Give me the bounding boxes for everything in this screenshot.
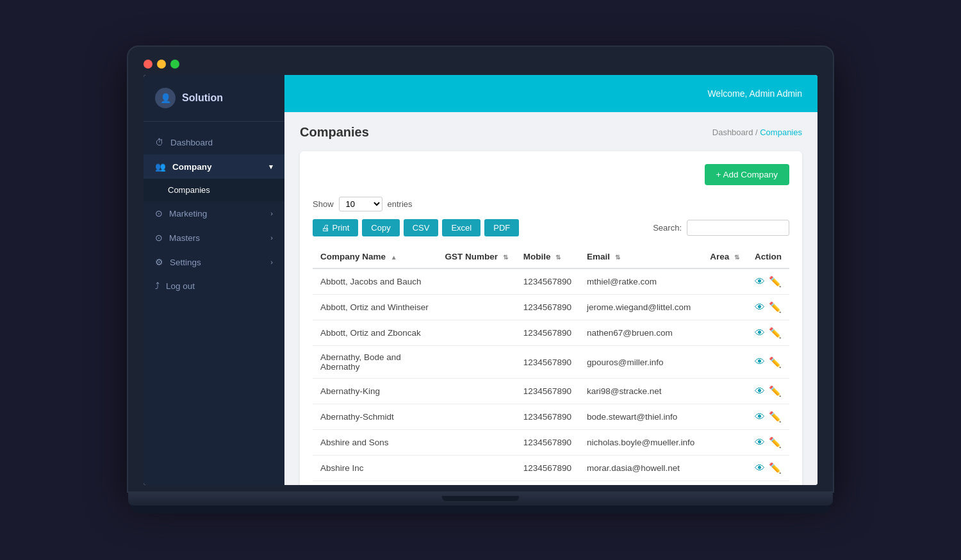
cell-email: gpouros@miller.info [579,346,702,379]
sidebar-logo: 👤 Solution [144,75,284,122]
companies-table: Company Name ▲ GST Number ⇅ Mobile ⇅ [313,245,789,481]
table-row: Abbott, Jacobs and Bauch 1234567890 mthi… [313,268,789,295]
add-company-button[interactable]: + Add Company [705,164,789,185]
laptop-foot [131,506,830,513]
cell-email: mthiel@ratke.com [579,268,702,295]
edit-icon[interactable]: ✏️ [769,276,782,288]
cell-action: 👁 ✏️ [747,456,789,481]
close-button[interactable] [144,60,152,69]
logout-icon: ⤴ [155,281,160,291]
content-area: Companies Dashboard / Companies + Add Co… [284,112,817,485]
maximize-button[interactable] [170,60,179,69]
sidebar-label-company: Company [172,162,212,172]
company-icon: 👥 [155,161,166,172]
cell-company-name: Abshire Inc [313,456,438,481]
cell-mobile: 1234567890 [516,430,579,456]
col-mobile[interactable]: Mobile ⇅ [516,245,579,268]
excel-button[interactable]: Excel [442,219,481,236]
company-arrow-icon: ▾ [269,163,273,171]
cell-area [702,404,747,430]
col-email[interactable]: Email ⇅ [579,245,702,268]
show-entries: Show 10 25 50 100 entries [313,197,413,211]
sidebar-item-marketing[interactable]: ⊙ Marketing › [144,201,284,226]
cell-company-name: Abernathy, Bode and Abernathy [313,346,438,379]
edit-icon[interactable]: ✏️ [769,411,782,423]
csv-button[interactable]: CSV [404,219,439,236]
cell-mobile: 1234567890 [516,456,579,481]
sidebar-item-masters[interactable]: ⊙ Masters › [144,226,284,250]
sidebar-item-dashboard[interactable]: ⏱ Dashboard [144,131,284,154]
cell-email: morar.dasia@howell.net [579,456,702,481]
print-button[interactable]: 🖨 Print [313,219,358,236]
laptop-hinge [442,496,519,501]
sidebar: 👤 Solution ⏱ Dashboard 👥 Company ▾ [144,75,284,485]
cell-mobile: 1234567890 [516,295,579,320]
breadcrumb-current[interactable]: Companies [760,128,802,137]
table-row: Abshire and Sons 1234567890 nicholas.boy… [313,430,789,456]
table-body: Abbott, Jacobs and Bauch 1234567890 mthi… [313,268,789,481]
page-title: Companies [300,125,369,140]
marketing-arrow-icon: › [270,210,273,217]
sidebar-item-logout[interactable]: ⤴ Log out [144,274,284,298]
cell-gst-number [438,404,516,430]
traffic-lights [144,60,817,69]
cell-action: 👁 ✏️ [747,268,789,295]
edit-icon[interactable]: ✏️ [769,301,782,313]
sidebar-item-company[interactable]: 👥 Company ▾ [144,154,284,179]
col-company-name[interactable]: Company Name ▲ [313,245,438,268]
entries-select[interactable]: 10 25 50 100 [339,197,382,211]
view-icon[interactable]: 👁 [755,356,765,368]
sort-gst-icon: ⇅ [503,254,508,261]
copy-button[interactable]: Copy [362,219,399,236]
cell-area [702,320,747,346]
table-row: Abshire Inc 1234567890 morar.dasia@howel… [313,456,789,481]
breadcrumb-home[interactable]: Dashboard [712,128,753,137]
sort-email-icon: ⇅ [615,254,620,261]
cell-email: kari98@stracke.net [579,379,702,404]
cell-mobile: 1234567890 [516,404,579,430]
entries-label: entries [388,199,413,209]
logo-icon: 👤 [155,88,176,108]
cell-gst-number [438,456,516,481]
sort-company-name-icon: ▲ [391,254,397,261]
cell-gst-number [438,320,516,346]
col-area[interactable]: Area ⇅ [702,245,747,268]
action-buttons: 🖨 Print Copy CSV Excel PDF [313,219,519,236]
table-row: Abernathy-King 1234567890 kari98@stracke… [313,379,789,404]
view-icon[interactable]: 👁 [755,327,765,339]
cell-email: bode.stewart@thiel.info [579,404,702,430]
edit-icon[interactable]: ✏️ [769,436,782,449]
table-row: Abbott, Ortiz and Zboncak 1234567890 nat… [313,320,789,346]
cell-area [702,268,747,295]
edit-icon[interactable]: ✏️ [769,462,782,474]
table-head: Company Name ▲ GST Number ⇅ Mobile ⇅ [313,245,789,268]
cell-mobile: 1234567890 [516,268,579,295]
view-icon[interactable]: 👁 [755,463,765,474]
view-icon[interactable]: 👁 [755,302,765,313]
main-content: Welcome, Admin Admin Companies Dashboard… [284,75,817,485]
view-icon[interactable]: 👁 [755,411,765,423]
pdf-button[interactable]: PDF [484,219,519,236]
edit-icon[interactable]: ✏️ [769,356,782,368]
cell-gst-number [438,268,516,295]
sidebar-item-settings[interactable]: ⚙ Settings › [144,250,284,274]
search-label: Search: [653,223,682,233]
view-icon[interactable]: 👁 [755,276,765,288]
companies-card: + Add Company Show 10 25 50 100 [300,151,802,485]
search-area: Search: [653,220,789,236]
breadcrumb: Dashboard / Companies [712,128,802,137]
edit-icon[interactable]: ✏️ [769,327,782,339]
welcome-text: Welcome, Admin Admin [707,88,802,99]
cell-area [702,430,747,456]
cell-gst-number [438,430,516,456]
sidebar-item-companies[interactable]: Companies [144,179,284,201]
masters-arrow-icon: › [270,234,273,242]
app-screen: 👤 Solution ⏱ Dashboard 👥 Company ▾ [144,75,817,485]
marketing-icon: ⊙ [155,208,163,218]
col-gst-number[interactable]: GST Number ⇅ [438,245,516,268]
view-icon[interactable]: 👁 [755,437,765,449]
edit-icon[interactable]: ✏️ [769,385,782,397]
search-input[interactable] [687,220,789,236]
minimize-button[interactable] [157,60,166,69]
view-icon[interactable]: 👁 [755,386,765,397]
